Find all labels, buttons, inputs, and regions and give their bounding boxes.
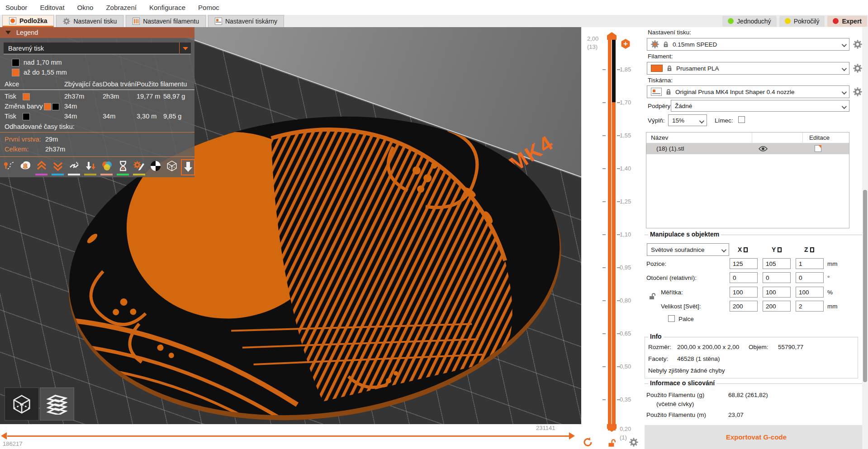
- coord-system-select[interactable]: Světové souřadnice: [647, 243, 729, 256]
- scale-y-input[interactable]: [763, 287, 791, 298]
- slider-right-arrow[interactable]: [569, 432, 575, 440]
- filament-select[interactable]: Prusament PLA: [647, 62, 849, 75]
- travel-icon[interactable]: [2, 159, 16, 176]
- legend-toggle-icon[interactable]: [181, 159, 195, 175]
- editor-view-thumbnail[interactable]: [5, 388, 39, 421]
- scale-x-input[interactable]: [730, 287, 758, 298]
- tab-podlozka[interactable]: Podložka: [2, 15, 54, 27]
- menu-pomoc[interactable]: Pomoc: [198, 4, 219, 11]
- scale-label: Měřítka:: [661, 289, 683, 296]
- mode-expert-button[interactable]: Expert: [827, 16, 867, 27]
- inches-label: Palce: [678, 316, 694, 322]
- scale-lock-icon[interactable]: [648, 293, 655, 300]
- scale-z-input[interactable]: [796, 287, 824, 298]
- filament-gear-button[interactable]: [853, 64, 862, 73]
- edit-object-icon[interactable]: [815, 145, 821, 152]
- rotation-z-input[interactable]: [796, 272, 824, 283]
- size-label: Velikost [Svět]:: [661, 303, 701, 310]
- tab-label: Nastavení tisku: [73, 18, 117, 25]
- size-z-input[interactable]: [796, 301, 824, 312]
- custom-gcode-icon[interactable]: [132, 159, 146, 176]
- printer-select[interactable]: Original Prusa MK4 Input Shaper 0.4 nozz…: [647, 85, 849, 98]
- row-swatch-orange: [23, 93, 30, 100]
- shells-icon[interactable]: [165, 159, 179, 176]
- chevron-down-icon: [842, 90, 847, 95]
- moves-slider-track[interactable]: [7, 435, 569, 437]
- menu-soubor[interactable]: Soubor: [5, 4, 27, 11]
- printer-label: Tiskárna:: [648, 77, 673, 84]
- wipe-icon[interactable]: [18, 159, 32, 176]
- layer-slider-lower-handle[interactable]: [607, 424, 617, 432]
- lock-open-icon[interactable]: [607, 439, 616, 447]
- lock-icon: [665, 89, 672, 95]
- mode-advanced-button[interactable]: Pokročilý: [779, 16, 825, 27]
- add-color-change-button[interactable]: +: [621, 39, 631, 49]
- color-change-icon[interactable]: [100, 159, 114, 176]
- undo-icon[interactable]: [583, 437, 593, 448]
- slider-left-arrow[interactable]: [1, 432, 7, 440]
- axis-z-header: Z: [804, 246, 814, 253]
- deretraction-icon[interactable]: [83, 159, 97, 176]
- axis-icon: [744, 247, 748, 252]
- chevrons-down-icon[interactable]: [51, 159, 65, 176]
- filament-icon: [133, 18, 140, 25]
- position-z-input[interactable]: [796, 258, 824, 269]
- dropdown-arrow-icon[interactable]: [179, 43, 191, 54]
- print-settings-select[interactable]: 0.15mm SPEED: [647, 38, 849, 51]
- printer-icon: [215, 18, 222, 25]
- inches-checkbox[interactable]: [668, 315, 675, 322]
- mode-label: Jednoduchý: [737, 18, 771, 25]
- layer-slider-upper-handle[interactable]: [607, 32, 617, 40]
- coord-system-value: Světové souřadnice: [651, 246, 705, 253]
- size-y-input[interactable]: [763, 301, 791, 312]
- legend-title: Legend: [16, 29, 38, 36]
- position-y-input[interactable]: [763, 258, 791, 269]
- menu-konfigurace[interactable]: Konfigurace: [149, 4, 185, 11]
- used-filament-g-value: 68,82 (261,82): [728, 392, 768, 398]
- chevrons-up-icon[interactable]: [34, 159, 48, 176]
- infill-select[interactable]: 15%: [668, 114, 707, 126]
- retraction-icon[interactable]: [67, 159, 81, 176]
- object-list-col-editace[interactable]: Editace: [809, 134, 830, 141]
- menu-zobrazeni[interactable]: Zobrazení: [106, 4, 137, 11]
- preview-view-thumbnail[interactable]: [40, 388, 74, 421]
- tool-marker-icon[interactable]: [148, 159, 162, 176]
- mode-simple-button[interactable]: Jednoduchý: [722, 16, 777, 27]
- rotation-y-input[interactable]: [763, 272, 791, 283]
- row-doba: 2h3m: [103, 93, 119, 100]
- filament-color-swatch: [651, 65, 663, 72]
- gear-icon: [651, 40, 659, 48]
- chevron-down-icon: [721, 247, 726, 252]
- row-doba: 34m: [103, 113, 115, 120]
- 3d-viewport[interactable]: PRUSA MK4 by Josef Prusa: [0, 27, 581, 424]
- view-mode-select[interactable]: Barevný tisk: [4, 43, 191, 54]
- layer-slider-track[interactable]: [608, 40, 616, 430]
- menu-bar: Soubor Editovat Okno Zobrazení Konfigura…: [0, 0, 868, 15]
- eye-icon[interactable]: [759, 146, 768, 152]
- brim-checkbox[interactable]: [738, 116, 745, 123]
- position-x-input[interactable]: [730, 258, 758, 269]
- sidebar-scrollbar[interactable]: [862, 27, 868, 449]
- pause-icon[interactable]: [116, 159, 130, 176]
- legend-header[interactable]: Legend: [0, 27, 194, 38]
- total-time-value: 2h37m: [45, 146, 65, 153]
- menu-editovat[interactable]: Editovat: [40, 4, 64, 11]
- object-list-row[interactable]: (18) (1).stl: [646, 143, 849, 154]
- printer-gear-button[interactable]: [853, 87, 862, 96]
- size-x-input[interactable]: [730, 301, 758, 312]
- export-gcode-button[interactable]: Exportovat G-code: [645, 425, 868, 449]
- manipulation-title: Manipulace s objektem: [648, 231, 721, 238]
- slider-settings-gear-icon[interactable]: [629, 438, 638, 447]
- tab-nastaveni-tiskarny[interactable]: Nastavení tiskárny: [208, 15, 284, 27]
- print-settings-label: Nastavení tisku:: [648, 29, 691, 36]
- tick-label: 0,35: [620, 396, 631, 403]
- print-settings-gear-button[interactable]: [853, 40, 862, 49]
- tab-nastaveni-filamentu[interactable]: Nastavení filamentu: [126, 15, 206, 27]
- facets-label: Facety:: [648, 355, 668, 362]
- menu-okno[interactable]: Okno: [77, 4, 94, 11]
- rotation-x-input[interactable]: [730, 272, 758, 283]
- supports-select[interactable]: Žádné: [671, 100, 849, 112]
- object-list-col-name[interactable]: Název: [651, 134, 668, 141]
- tab-nastaveni-tisku[interactable]: Nastavení tisku: [56, 15, 123, 27]
- axis-icon: [810, 247, 814, 252]
